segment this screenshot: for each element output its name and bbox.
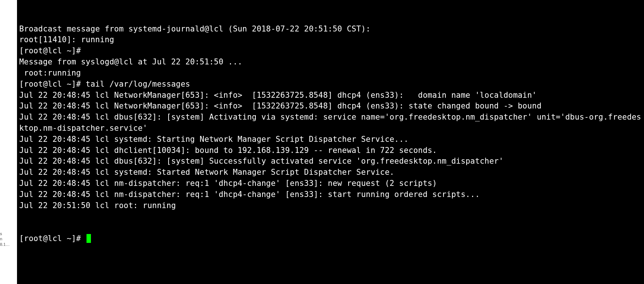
terminal-line: Message from syslogd@lcl at Jul 22 20:51… xyxy=(19,57,642,68)
terminal-output: Broadcast message from systemd-journald@… xyxy=(19,24,642,211)
terminal-line: Jul 22 20:48:45 lcl NetworkManager[653]:… xyxy=(19,90,642,101)
terminal-line: Jul 22 20:48:45 lcl NetworkManager[653]:… xyxy=(19,101,642,112)
sidebar-fragment-text: s n 8.1… xyxy=(0,231,16,247)
terminal-line: root:running xyxy=(19,68,642,79)
terminal-cursor xyxy=(87,234,91,243)
terminal-line: Jul 22 20:48:45 lcl dhclient[10034]: bou… xyxy=(19,145,642,156)
terminal-line: Jul 22 20:48:45 lcl systemd: Started Net… xyxy=(19,167,642,178)
terminal-line: [root@lcl ~]# tail /var/log/messages xyxy=(19,79,642,90)
terminal-line: Jul 22 20:48:45 lcl dbus[632]: [system] … xyxy=(19,156,642,167)
terminal-line: [root@lcl ~]# xyxy=(19,46,642,57)
terminal-line: Jul 22 20:48:45 lcl systemd: Starting Ne… xyxy=(19,134,642,145)
terminal-prompt-line: [root@lcl ~]# xyxy=(19,233,642,244)
terminal-line: root[11410]: running xyxy=(19,34,642,46)
terminal-line: Broadcast message from systemd-journald@… xyxy=(19,24,642,35)
host-sidebar: s n 8.1… xyxy=(0,0,17,284)
terminal-line: Jul 22 20:48:45 lcl nm-dispatcher: req:1… xyxy=(19,178,642,189)
terminal-window[interactable]: Broadcast message from systemd-journald@… xyxy=(17,0,644,284)
terminal-line: Jul 22 20:48:45 lcl nm-dispatcher: req:1… xyxy=(19,189,642,200)
terminal-prompt: [root@lcl ~]# xyxy=(19,234,86,243)
terminal-line: Jul 22 20:48:45 lcl dbus[632]: [system] … xyxy=(19,112,642,134)
terminal-line: Jul 22 20:51:50 lcl root: running xyxy=(19,200,642,211)
